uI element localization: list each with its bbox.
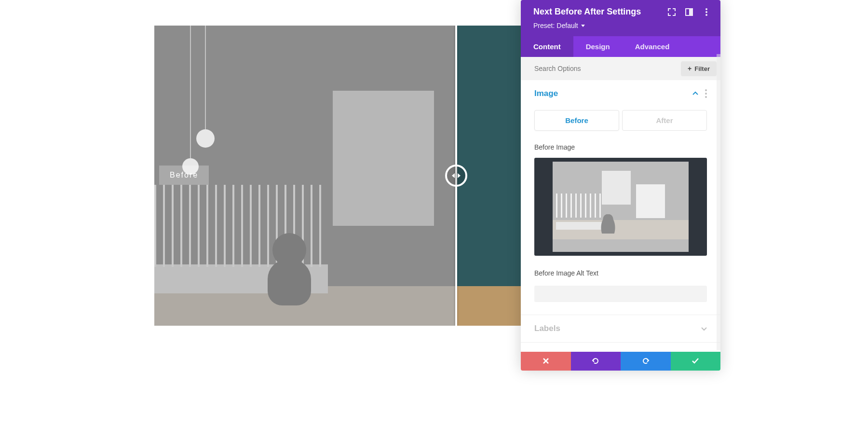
section-head-labels[interactable]: Labels: [521, 315, 720, 342]
tab-content[interactable]: Content: [521, 36, 573, 57]
cancel-button[interactable]: [521, 352, 571, 371]
before-alt-input[interactable]: [534, 286, 707, 302]
segment-before[interactable]: Before: [534, 110, 619, 131]
panel-tabs: Content Design Advanced: [521, 36, 720, 57]
segment-after[interactable]: After: [622, 110, 707, 131]
svg-rect-1: [689, 9, 692, 15]
before-after-divider[interactable]: [455, 26, 457, 326]
plus-icon: +: [688, 65, 692, 72]
expand-icon[interactable]: [667, 8, 676, 16]
search-input[interactable]: [534, 60, 676, 77]
section-head-link[interactable]: Link: [521, 342, 720, 351]
before-label: Before: [159, 166, 209, 185]
save-button[interactable]: [671, 352, 721, 371]
undo-button[interactable]: [571, 352, 621, 371]
tab-design[interactable]: Design: [573, 36, 623, 57]
section-head-image[interactable]: Image: [521, 80, 720, 107]
panel-actions: [521, 352, 720, 371]
snap-panel-icon[interactable]: [685, 8, 693, 16]
panel-header: Next Before After Settings Preset: Defau…: [521, 0, 720, 36]
panel-body: Image Before After Before Image Before I…: [521, 80, 720, 352]
section-more-icon[interactable]: [705, 89, 707, 98]
svg-point-2: [705, 8, 707, 10]
before-after-segment: Before After: [534, 110, 707, 131]
preset-prefix: Preset:: [533, 22, 555, 29]
caret-left-icon: [451, 173, 455, 179]
chevron-up-icon: [692, 91, 698, 97]
pendant-lamp: [196, 129, 215, 148]
before-image-picker[interactable]: [534, 158, 707, 256]
settings-panel: Next Before After Settings Preset: Defau…: [521, 0, 720, 371]
preset-selector[interactable]: Preset: Default: [533, 22, 711, 29]
svg-point-4: [705, 14, 707, 16]
filter-label: Filter: [694, 65, 710, 72]
before-image-thumbnail: [553, 162, 689, 252]
before-image-side: Before: [154, 26, 456, 326]
caret-down-icon: [581, 25, 585, 27]
section-title-image: Image: [534, 89, 558, 98]
preset-value: Default: [556, 22, 578, 29]
before-image-label: Before Image: [534, 143, 707, 151]
svg-point-3: [705, 11, 707, 13]
teddy-bear: [258, 233, 321, 310]
panel-header-actions: [667, 8, 711, 16]
redo-button[interactable]: [621, 352, 671, 371]
more-icon[interactable]: [702, 8, 711, 16]
caret-right-icon: [457, 173, 461, 179]
before-alt-label: Before Image Alt Text: [534, 269, 707, 277]
tab-advanced[interactable]: Advanced: [623, 36, 682, 57]
panel-scrollbar[interactable]: [717, 54, 720, 350]
panel-title: Next Before After Settings: [533, 7, 641, 17]
filter-button[interactable]: + Filter: [681, 61, 717, 76]
chevron-down-icon: [701, 326, 707, 331]
slider-handle[interactable]: [445, 165, 467, 187]
section-title-labels: Labels: [534, 324, 560, 333]
preview-area: Before: [0, 0, 868, 428]
section-body-image: Before After Before Image Before Image A…: [521, 110, 720, 315]
search-row: + Filter: [521, 57, 720, 80]
